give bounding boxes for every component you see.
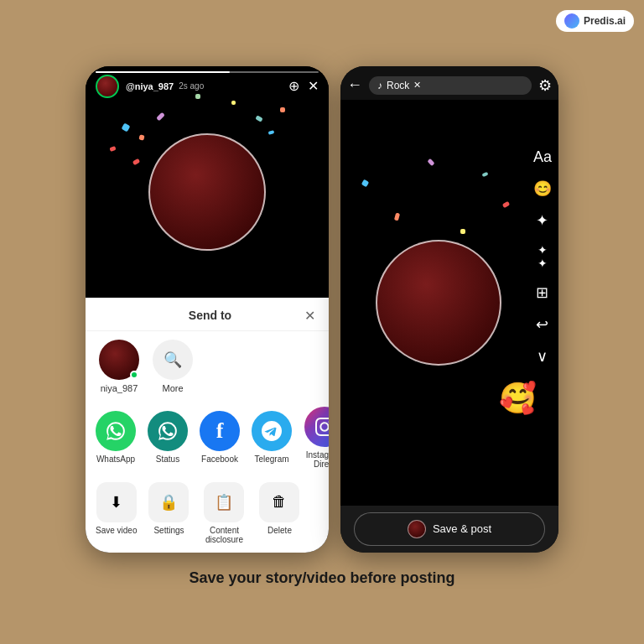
music-pill[interactable]: ♪ Rock ✕ [369,76,532,95]
more-search-icon[interactable]: 🔍 [153,340,193,380]
settings-icon: 🔒 [148,482,189,522]
confetti-dot [280,107,285,112]
confetti-dot [460,229,465,234]
confetti-dot [267,130,274,135]
delete-icon: 🗑 [259,482,299,522]
add-tool-icon[interactable]: ✦ [536,211,548,230]
back-button[interactable]: ← [347,76,362,94]
send-to-title: Send to [116,309,304,322]
save-post-avatar [408,520,426,538]
send-to-sheet: Send to ✕ niya_987 🔍 More [86,298,329,553]
effects-tool-icon[interactable]: ✦✦ [538,243,548,270]
sticker-tool-icon[interactable]: 😊 [533,179,552,198]
story-time: 2s ago [179,81,204,91]
right-story-circle [376,240,501,366]
status-icon [148,411,188,451]
predis-logo: Predis.ai [556,10,634,32]
story-options-row: ⬇ Save video 🔒 Settings 📋 Content disclo… [86,477,329,553]
predis-logo-icon [564,13,579,29]
confetti-dot [156,112,165,121]
confetti-dot [482,172,489,177]
contact-niya[interactable]: niya_987 [99,340,139,393]
confetti-dot [132,158,140,165]
share-status[interactable]: Status [148,411,188,464]
whatsapp-label: WhatsApp [96,454,135,464]
send-to-close-btn[interactable]: ✕ [304,308,315,324]
save-post-button[interactable]: Save & post [354,512,545,546]
phones-container: @niya_987 2s ago ⊕ ✕ [86,66,558,553]
save-post-label: Save & post [433,522,491,535]
option-save-video[interactable]: ⬇ Save video [96,482,137,535]
online-indicator [130,371,138,379]
story-close-icon[interactable]: ✕ [308,78,319,94]
confetti-dot [121,122,130,132]
music-name: Rock [387,80,409,91]
music-note-icon: ♪ [377,80,382,91]
media-tool-icon[interactable]: ⊞ [536,283,548,302]
username-time: @niya_987 2s ago [126,81,282,91]
confetti-dot [138,135,144,141]
save-video-icon: ⬇ [96,482,137,522]
contact-avatar [99,340,139,380]
share-whatsapp[interactable]: WhatsApp [96,411,136,464]
status-label: Status [156,454,179,464]
music-close-btn[interactable]: ✕ [413,80,421,91]
contact-name: niya_987 [101,383,138,393]
facebook-label: Facebook [201,454,238,464]
left-story-area: @niya_987 2s ago ⊕ ✕ [86,66,329,298]
text-tool-icon[interactable]: Aa [533,148,552,166]
option-delete[interactable]: 🗑 Delete [259,482,299,535]
more-label: More [162,383,183,393]
phone-right: ← ♪ Rock ✕ ⚙ 🥰 [340,66,558,553]
option-settings[interactable]: 🔒 Settings [148,482,189,535]
settings-label: Settings [153,526,184,535]
send-to-contacts: niya_987 🔍 More [86,331,329,402]
story-actions: ⊕ ✕ [288,78,319,94]
right-settings-icon[interactable]: ⚙ [538,76,552,95]
telegram-label: Telegram [254,454,288,464]
confetti-dot [361,179,370,188]
story-add-icon[interactable]: ⊕ [288,78,299,94]
option-content-disclosure[interactable]: 📋 Content disclosure [200,482,247,544]
phone-left: @niya_987 2s ago ⊕ ✕ [86,66,329,553]
share-telegram[interactable]: Telegram [252,411,292,464]
send-to-header: Send to ✕ [86,298,329,331]
instagram-direct-icon [304,407,329,447]
heart-emoji: 🥰 [499,381,537,416]
contact-more[interactable]: 🔍 More [153,340,193,393]
share-instagram-direct[interactable]: Instagram Direct [304,407,329,469]
delete-label: Delete [267,526,292,535]
share-apps-row: WhatsApp Status f Facebook Telegram [86,402,329,477]
more-tools-icon[interactable]: ∨ [537,347,548,366]
confetti-dot [109,146,116,152]
right-phone-header: ← ♪ Rock ✕ ⚙ [340,66,558,100]
confetti-dot [255,116,262,122]
bottom-caption: Save your story/video before posting [164,569,480,587]
right-story-area: 🥰 Aa 😊 ✦ ✦✦ ⊞ ↩ ∨ [340,100,558,506]
content-disclosure-label: Content disclosure [200,526,247,544]
story-username: @niya_987 [126,81,174,91]
right-tools: Aa 😊 ✦ ✦✦ ⊞ ↩ ∨ [527,140,558,374]
save-post-bar: Save & post [340,506,558,553]
timer-tool-icon[interactable]: ↩ [536,315,548,334]
confetti-dot [427,158,434,166]
confetti-dot [502,200,510,207]
story-avatar [96,75,119,98]
facebook-icon: f [200,411,240,451]
share-facebook[interactable]: f Facebook [200,411,240,464]
predis-brand-name: Predis.ai [584,15,626,27]
story-header: @niya_987 2s ago ⊕ ✕ [86,66,329,103]
whatsapp-icon [96,411,136,451]
instagram-direct-label: Instagram Direct [304,450,329,469]
confetti-dot [394,213,400,221]
left-story-circle [148,133,266,251]
save-video-label: Save video [96,526,137,535]
content-disclosure-icon: 📋 [204,482,244,522]
telegram-icon [252,411,292,451]
